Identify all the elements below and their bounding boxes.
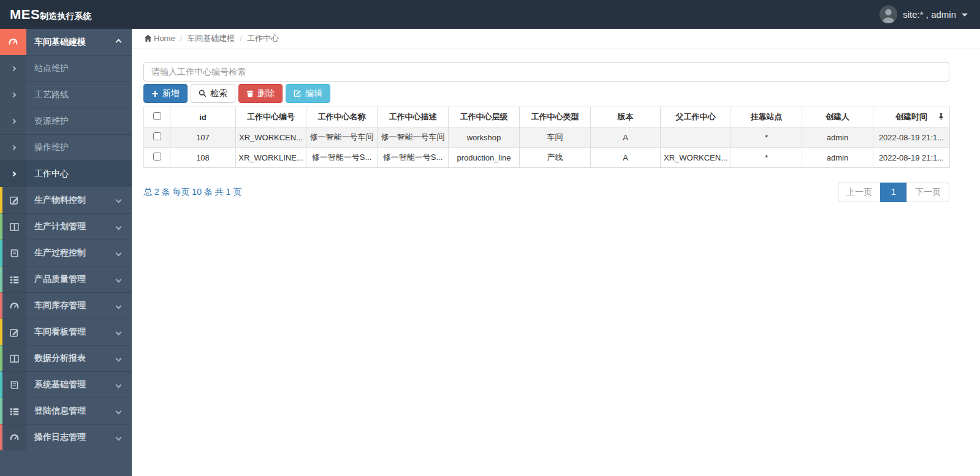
table-cell: production_line (449, 148, 520, 168)
list-icon (2, 266, 26, 292)
search-button[interactable]: 检索 (191, 84, 235, 103)
pagination-info: 总 2 条 每页 10 条 共 1 页 (143, 187, 241, 198)
column-header-label: 创建人 (826, 112, 849, 121)
chevron-down-icon (116, 382, 122, 388)
table-cell: A (591, 127, 661, 148)
chevron-down-icon (116, 224, 122, 230)
pager: 上一页 1 下一页 (838, 183, 949, 202)
sidebar-submenu: 站点维护工艺路线资源维护操作维护工作中心 (0, 55, 132, 187)
column-header-label: 工作中心名称 (318, 112, 366, 121)
chevron-down-icon (116, 197, 122, 203)
breadcrumb-item-module[interactable]: 车间基础建模 (187, 33, 235, 44)
chevron-down-icon (116, 408, 122, 414)
sidebar-section-label: 车间库存管理 (26, 300, 116, 311)
column-header-label: id (199, 113, 207, 122)
table-cell: 2022-08-19 21:1... (873, 148, 950, 168)
chevron-down-icon (116, 276, 122, 282)
sidebar-section-label: 生产过程控制 (26, 247, 116, 259)
table-cell: 107 (170, 127, 236, 148)
sidebar-subitem[interactable]: 工艺路线 (0, 81, 132, 108)
chevron-up-icon (116, 39, 122, 45)
add-button[interactable]: 新增 (143, 84, 188, 103)
chevron-right-icon (0, 135, 26, 161)
table-row[interactable]: 107XR_WORKCEN...修一智能一号车间修一智能一号车间workshop… (144, 127, 950, 148)
column-header: 创建人 (802, 107, 873, 127)
list-icon (2, 398, 26, 424)
pencil-square-icon (2, 187, 26, 213)
sidebar-section[interactable]: 车间看板管理 (0, 319, 132, 345)
table-cell: 2022-08-19 21:1... (873, 127, 950, 148)
column-header: id (170, 107, 236, 127)
table-cell: 修一智能一号车间 (306, 127, 378, 148)
column-header: 工作中心编号 (236, 107, 306, 127)
book-icon (2, 372, 26, 398)
search-icon (199, 89, 207, 97)
column-header-label: 工作中心层级 (460, 112, 508, 121)
table-cell: admin (802, 148, 873, 168)
prev-page-button[interactable]: 上一页 (838, 183, 881, 202)
sidebar: 车间基础建模 站点维护工艺路线资源维护操作维护工作中心 生产物料控制生产计划管理… (0, 29, 132, 476)
row-checkbox[interactable] (153, 132, 161, 140)
pencil-square-icon (2, 319, 26, 345)
page-1-button[interactable]: 1 (880, 183, 907, 202)
trash-icon (246, 89, 254, 97)
delete-button[interactable]: 删除 (238, 84, 283, 103)
row-select-cell (144, 127, 170, 148)
sidebar-section-label: 登陆信息管理 (26, 406, 116, 417)
sidebar-section[interactable]: 生产物料控制 (0, 187, 132, 213)
breadcrumb-separator: / (180, 34, 183, 43)
column-header: 工作中心名称 (306, 107, 378, 127)
breadcrumb-separator: / (240, 34, 242, 43)
sidebar-subitem[interactable]: 操作维护 (0, 134, 132, 161)
row-checkbox[interactable] (153, 153, 161, 161)
sidebar-section[interactable]: 生产计划管理 (0, 213, 132, 240)
table-cell (661, 127, 731, 148)
column-header-label: 父工作中心 (676, 112, 716, 121)
pin-icon[interactable] (938, 113, 944, 121)
sidebar-subitem[interactable]: 站点维护 (0, 55, 132, 81)
workcenter-table: id工作中心编号工作中心名称工作中心描述工作中心层级工作中心类型版本父工作中心挂… (143, 107, 950, 168)
edit-button[interactable]: 编辑 (286, 84, 330, 103)
sidebar-subitem[interactable]: 资源维护 (0, 108, 132, 134)
table-cell: 修一智能一号车间 (378, 127, 449, 148)
table-cell: XR_WORKLINE... (236, 148, 306, 168)
table-cell: * (731, 127, 802, 148)
sidebar-section-label: 车间基础建模 (26, 37, 116, 48)
columns-icon (2, 346, 26, 371)
column-header-label: 工作中心描述 (389, 112, 437, 121)
sidebar-section[interactable]: 操作日志管理 (0, 424, 132, 450)
sidebar-subitem-active[interactable]: 工作中心 (0, 161, 132, 187)
column-header-label: 工作中心类型 (531, 112, 579, 121)
sidebar-subitem-label: 站点维护 (26, 63, 69, 74)
breadcrumb-item-current: 工作中心 (247, 33, 279, 44)
sidebar-section-workshop-modeling[interactable]: 车间基础建模 (0, 29, 132, 55)
sidebar-section[interactable]: 产品质量管理 (0, 266, 132, 292)
table-cell: XR_WORKCEN... (236, 127, 306, 148)
column-header-label: 工作中心编号 (247, 112, 295, 121)
gauge-icon (2, 425, 26, 450)
sidebar-subitem-label: 资源维护 (26, 116, 69, 127)
breadcrumb-home-link[interactable]: Home (144, 34, 175, 43)
plus-icon (151, 90, 159, 97)
table-cell: XR_WORKCEN... (661, 148, 731, 168)
user-menu[interactable]: site:* , admin (879, 6, 968, 23)
sidebar-section[interactable]: 生产过程控制 (0, 240, 132, 266)
column-header-label: 创建时间 (895, 112, 927, 121)
sidebar-section[interactable]: 车间库存管理 (0, 292, 132, 319)
select-all-checkbox[interactable] (153, 112, 161, 120)
table-cell: 产线 (520, 148, 591, 168)
next-page-button[interactable]: 下一页 (906, 183, 949, 202)
sidebar-section-label: 生产计划管理 (26, 221, 116, 232)
chevron-right-icon (0, 56, 26, 81)
gauge-icon (2, 293, 26, 319)
user-avatar (879, 6, 897, 23)
sidebar-section[interactable]: 登陆信息管理 (0, 398, 132, 424)
row-select-cell (144, 148, 170, 168)
sidebar-section[interactable]: 系统基础管理 (0, 371, 132, 398)
sidebar-sections: 生产物料控制生产计划管理生产过程控制产品质量管理车间库存管理车间看板管理数据分析… (0, 187, 132, 450)
columns-icon (2, 214, 26, 240)
breadcrumb: Home / 车间基础建模 / 工作中心 (132, 29, 980, 48)
search-input[interactable] (143, 62, 949, 81)
sidebar-section[interactable]: 数据分析报表 (0, 345, 132, 371)
table-row[interactable]: 108XR_WORKLINE...修一智能一号S...修一智能一号S...pro… (144, 148, 950, 168)
